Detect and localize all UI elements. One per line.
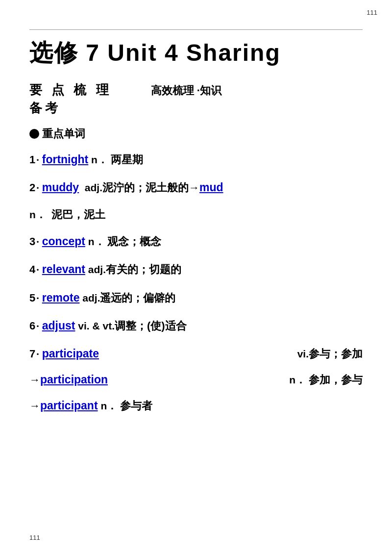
vocab-pos-7: vi. — [297, 345, 309, 363]
vocab-dot-6: · — [36, 317, 39, 335]
vocab-dot-4: · — [36, 260, 39, 278]
vocab-num-2: 2 — [29, 178, 35, 197]
vocab-arrow-2: → — [189, 178, 199, 197]
vocab-pos-4: adj. — [85, 261, 106, 278]
bullet-icon — [29, 129, 39, 139]
vocab-def-3: 观念；概念 — [107, 232, 161, 251]
vocab-def-4: 有关的；切题的 — [106, 260, 181, 278]
vocab-dot-7: · — [36, 345, 39, 363]
vocab-participation-row: → participation n． 参加，参与 — [29, 370, 363, 389]
vocab-pos-participation: n． — [289, 371, 309, 389]
vocab-word-muddy[interactable]: muddy — [42, 178, 79, 197]
arrow-participant: → — [29, 397, 40, 415]
vocab-mud-pos: n． — [29, 209, 49, 220]
vocab-def-7: 参与；参加 — [309, 345, 363, 363]
vocab-item-4: 4 · relevant adj. 有关的；切题的 — [29, 260, 363, 279]
subtitle-container: 要 点 梳 理 高效梳理 ·知识 备考 — [29, 81, 363, 117]
vocab-word-concept[interactable]: concept — [42, 232, 85, 251]
vocab-word-remote[interactable]: remote — [42, 288, 80, 307]
vocab-num-7: 7 — [29, 345, 35, 363]
top-rule — [29, 29, 363, 30]
vocab-num-6: 6 — [29, 317, 35, 335]
vocab-def-5: 遥远的；偏僻的 — [100, 289, 175, 307]
vocab-pos-1: n． — [88, 151, 111, 169]
subtitle-right: 高效梳理 ·知识 — [151, 83, 221, 99]
vocab-def-participation: 参加，参与 — [309, 371, 363, 389]
vocab-list: 1 · fortnight n． 两星期 2 · muddy adj. 泥泞的；… — [29, 150, 363, 415]
vocab-item-1: 1 · fortnight n． 两星期 — [29, 150, 363, 169]
vocab-def-1: 两星期 — [111, 151, 143, 169]
vocab-num-5: 5 — [29, 289, 35, 307]
vocab-num-3: 3 — [29, 232, 35, 251]
vocab-mud-def: n． 泥巴，泥土 — [29, 206, 363, 223]
vocab-word-adjust[interactable]: adjust — [42, 316, 75, 335]
subtitle-second-line: 备考 — [29, 100, 363, 117]
subtitle-first-line: 要 点 梳 理 高效梳理 ·知识 — [29, 81, 363, 99]
vocab-word-participation[interactable]: participation — [40, 370, 108, 389]
vocab-word-participant[interactable]: participant — [40, 396, 98, 415]
vocab-word-relevant[interactable]: relevant — [42, 260, 85, 279]
vocab-def-6: 调整；(使)适合 — [115, 317, 187, 335]
vocab-pos-3: n． — [85, 233, 108, 251]
vocab-pos-6: vi. & vt. — [75, 317, 115, 335]
vocab-def-2: 泥泞的；泥土般的 — [102, 178, 189, 197]
vocab-mud-meaning: 泥巴，泥土 — [51, 208, 105, 221]
page-number-bottom: 111 — [29, 534, 40, 541]
vocab-word-mud[interactable]: mud — [199, 178, 223, 197]
vocab-word-participate[interactable]: participate — [42, 344, 99, 363]
arrow-participation: → — [29, 371, 40, 389]
vocab-dot-5: · — [36, 289, 39, 307]
vocab-pos-participant: n． — [98, 397, 121, 415]
section-header: 重点单词 — [29, 126, 363, 141]
vocab-item-6: 6 · adjust vi. & vt. 调整；(使)适合 — [29, 316, 363, 335]
section-label: 重点单词 — [42, 126, 85, 141]
vocab-pos-2: adj. — [79, 179, 102, 197]
vocab-participant-row: → participant n． 参与者 — [29, 396, 363, 415]
vocab-num-4: 4 — [29, 260, 35, 278]
vocab-dot-1: · — [36, 151, 39, 169]
vocab-item-7: 7 · participate vi. 参与；参加 → participatio… — [29, 344, 363, 415]
vocab-item-3: 3 · concept n． 观念；概念 — [29, 232, 363, 251]
vocab-word-fortnight[interactable]: fortnight — [42, 150, 89, 169]
vocab-pos-5: adj. — [79, 289, 100, 307]
vocab-dot-3: · — [36, 232, 39, 251]
vocab-item-2: 2 · muddy adj. 泥泞的；泥土般的 → mud n． 泥巴，泥土 — [29, 178, 363, 223]
vocab-participate-row: 7 · participate vi. 参与；参加 — [29, 344, 363, 363]
vocab-item-5: 5 · remote adj. 遥远的；偏僻的 — [29, 288, 363, 307]
vocab-dot-2: · — [36, 178, 39, 197]
vocab-num-1: 1 — [29, 151, 35, 169]
page-title: 选修 7 Unit 4 Sharing — [29, 39, 363, 67]
subtitle-left: 要 点 梳 理 — [29, 81, 112, 99]
vocab-def-participant: 参与者 — [120, 397, 152, 415]
page-number-top: 111 — [367, 9, 377, 16]
